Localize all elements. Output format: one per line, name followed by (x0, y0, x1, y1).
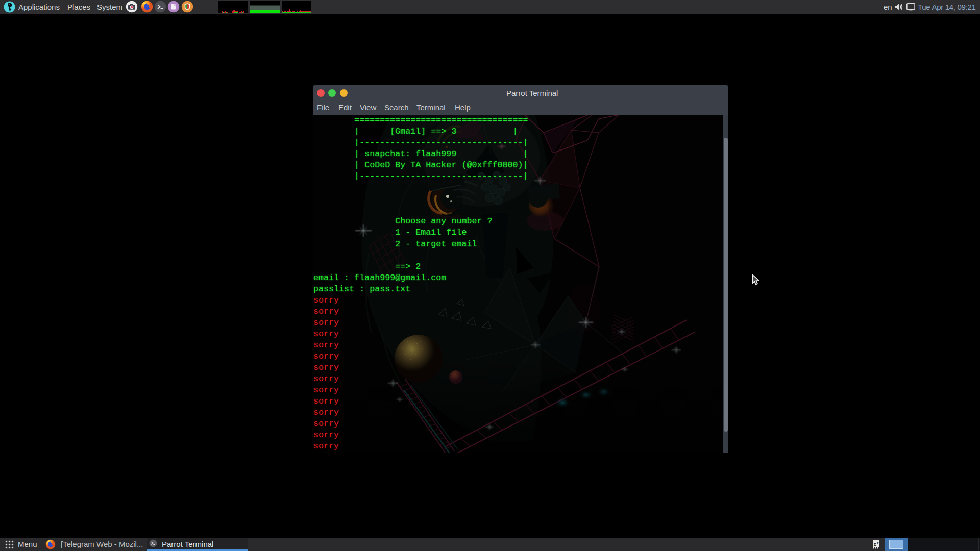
svg-text:z: z (874, 542, 876, 547)
svg-text:z: z (877, 541, 879, 545)
